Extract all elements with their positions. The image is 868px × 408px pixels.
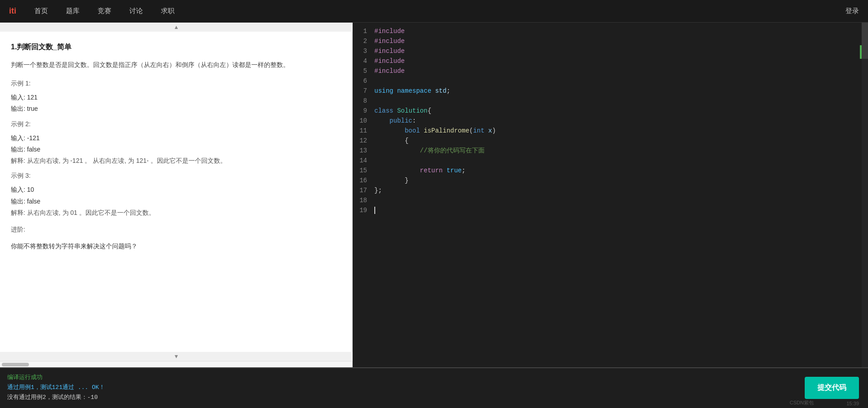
code-line[interactable]: 19 (353, 205, 868, 215)
line-number: 19 (353, 205, 374, 215)
console-panel: 编译运行成功 通过用例1，测试121通过 ... OK！ 没有通过用例2，测试的… (0, 367, 868, 408)
line-number: 7 (353, 86, 374, 96)
line-content: return true; (374, 166, 868, 176)
console-line-1: 编译运行成功 (7, 373, 861, 383)
line-number: 5 (353, 66, 374, 76)
example-1: 示例 1: 输入: 121 输出: true (11, 78, 341, 115)
submit-button[interactable]: 提交代码 (805, 377, 859, 399)
navbar: iti 首页 题库 竞赛 讨论 求职 登录 (0, 0, 868, 23)
example-2-input: 输入: -121 (11, 133, 341, 144)
code-line[interactable]: 6 (353, 76, 868, 86)
nav-items: 首页 题库 竞赛 讨论 求职 (25, 0, 184, 23)
line-number: 17 (353, 185, 374, 195)
scroll-up-button[interactable]: ▲ (0, 23, 353, 32)
line-number: 9 (353, 106, 374, 116)
line-content: #include (374, 26, 868, 36)
csdn-watermark: CSDN紫包 (790, 399, 814, 406)
console-line-3: 没有通过用例2，测试的结果：-10 (7, 393, 861, 403)
nav-jobs[interactable]: 求职 (152, 0, 184, 23)
followup-section: 进阶: (11, 224, 341, 235)
example-2: 示例 2: 输入: -121 输出: false 解释: 从左向右读, 为 -1… (11, 119, 341, 167)
line-content: using namespace std; (374, 86, 868, 96)
example-2-label: 示例 2: (11, 119, 341, 130)
example-2-note: 解释: 从左向右读, 为 -121 。 从右向左读, 为 121- 。因此它不是… (11, 155, 341, 166)
code-line[interactable]: 8 (353, 96, 868, 106)
followup-label: 进阶: (11, 226, 25, 233)
code-line[interactable]: 4#include (353, 56, 868, 66)
line-content: class Solution{ (374, 106, 868, 116)
followup-text: 你能不将整数转为字符串来解决这个问题吗？ (11, 241, 341, 252)
editor-minimap[interactable] (862, 23, 868, 367)
line-number: 2 (353, 36, 374, 46)
code-line[interactable]: 17}; (353, 185, 868, 195)
code-line[interactable]: 14 (353, 156, 868, 166)
console-line-2: 通过用例1，测试121通过 ... OK！ (7, 383, 861, 393)
problem-description: 判断一个整数是否是回文数。回文数是指正序（从左向右）和倒序（从右向左）读都是一样… (11, 59, 341, 71)
nav-contest[interactable]: 竞赛 (89, 0, 120, 23)
line-content: { (374, 136, 868, 146)
login-button[interactable]: 登录 (845, 7, 859, 15)
problem-panel: ▲ 1.判断回文数_简单 判断一个整数是否是回文数。回文数是指正序（从左向右）和… (0, 23, 353, 367)
code-line[interactable]: 3#include (353, 46, 868, 56)
time-display: 15:39 (846, 401, 859, 406)
horizontal-scrollbar[interactable] (0, 361, 352, 367)
example-3-output: 输出: false (11, 196, 341, 207)
line-number: 6 (353, 76, 374, 86)
code-line[interactable]: 18 (353, 195, 868, 205)
brand-logo[interactable]: iti (9, 6, 16, 16)
nav-home[interactable]: 首页 (25, 0, 57, 23)
code-line[interactable]: 11 bool isPalindrome(int x) (353, 126, 868, 136)
scroll-down-button[interactable]: ▼ (0, 352, 353, 361)
code-line[interactable]: 12 { (353, 136, 868, 146)
problem-title: 1.判断回文数_简单 (11, 41, 341, 54)
line-number: 11 (353, 126, 374, 136)
example-1-label: 示例 1: (11, 78, 341, 89)
line-content: #include (374, 56, 868, 66)
line-number: 8 (353, 96, 374, 106)
line-content: } (374, 176, 868, 185)
line-content: public: (374, 116, 868, 126)
line-content: #include (374, 66, 868, 76)
line-content: bool isPalindrome(int x) (374, 126, 868, 136)
nav-discuss[interactable]: 讨论 (120, 0, 152, 23)
line-number: 1 (353, 26, 374, 36)
line-number: 14 (353, 156, 374, 166)
line-number: 4 (353, 56, 374, 66)
code-line[interactable]: 13 //将你的代码写在下面 (353, 146, 868, 156)
code-line[interactable]: 16 } (353, 176, 868, 185)
example-1-output: 输出: true (11, 103, 341, 114)
line-content: //将你的代码写在下面 (374, 146, 868, 156)
example-3-input: 输入: 10 (11, 184, 341, 195)
minimap-thumb[interactable] (862, 23, 868, 59)
example-3-note: 解释: 从右向左读, 为 01 。因此它不是一个回文数。 (11, 207, 341, 218)
line-content (374, 205, 868, 215)
code-line[interactable]: 1#include (353, 26, 868, 36)
h-scroll-thumb[interactable] (2, 363, 29, 366)
line-number: 3 (353, 46, 374, 56)
problem-content[interactable]: 1.判断回文数_简单 判断一个整数是否是回文数。回文数是指正序（从左向右）和倒序… (0, 32, 352, 352)
editor-area[interactable]: 1#include 2#include 3#include 4#include … (353, 23, 868, 367)
code-line[interactable]: 5#include (353, 66, 868, 76)
example-3: 示例 3: 输入: 10 输出: false 解释: 从右向左读, 为 01 。… (11, 170, 341, 218)
code-line[interactable]: 2#include (353, 36, 868, 46)
code-line[interactable]: 15 return true; (353, 166, 868, 176)
main-container: ▲ 1.判断回文数_简单 判断一个整数是否是回文数。回文数是指正序（从左向右）和… (0, 23, 868, 367)
example-2-output: 输出: false (11, 144, 341, 155)
line-content: #include (374, 36, 868, 46)
code-line[interactable]: 10 public: (353, 116, 868, 126)
code-line[interactable]: 7using namespace std; (353, 86, 868, 96)
example-1-input: 输入: 121 (11, 92, 341, 103)
line-content: #include (374, 46, 868, 56)
editor-panel: 1#include 2#include 3#include 4#include … (353, 23, 868, 367)
example-3-label: 示例 3: (11, 170, 341, 181)
nav-problems[interactable]: 题库 (57, 0, 89, 23)
line-number: 13 (353, 146, 374, 156)
line-number: 15 (353, 166, 374, 176)
code-line[interactable]: 9class Solution{ (353, 106, 868, 116)
line-number: 18 (353, 195, 374, 205)
line-number: 16 (353, 176, 374, 185)
line-number: 12 (353, 136, 374, 146)
line-number: 10 (353, 116, 374, 126)
line-content: }; (374, 185, 868, 195)
